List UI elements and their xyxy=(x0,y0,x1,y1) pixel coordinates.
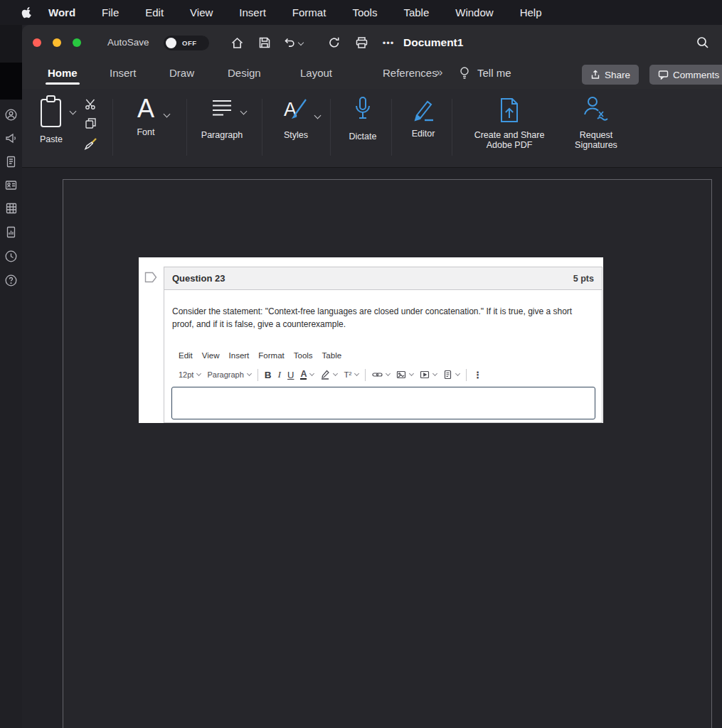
italic-button[interactable]: I xyxy=(278,369,282,380)
adobe-pdf-label-line1: Create and Share xyxy=(460,130,559,140)
adobe-pdf-button[interactable]: Create and Share Adobe PDF xyxy=(460,95,559,150)
announcements-icon[interactable] xyxy=(5,133,17,144)
ribbon-separator xyxy=(452,99,452,156)
editor-menu-format[interactable]: Format xyxy=(258,351,284,360)
tab-home[interactable]: Home xyxy=(48,67,78,79)
media-button[interactable] xyxy=(420,370,437,380)
highlight-color-button[interactable] xyxy=(320,370,337,380)
paragraph-label: Paragraph xyxy=(197,130,247,140)
dictate-button[interactable]: Dictate xyxy=(339,96,386,141)
background-window-strip xyxy=(0,25,22,728)
toolbar-overflow-button[interactable]: ⋮ xyxy=(473,370,482,380)
copy-icon[interactable] xyxy=(85,117,97,132)
font-button[interactable]: A Font xyxy=(123,96,169,137)
styles-pen-icon xyxy=(290,97,308,119)
search-icon[interactable] xyxy=(694,35,711,50)
strip-top-shade xyxy=(0,25,22,63)
minimize-window-button[interactable] xyxy=(53,38,61,47)
paragraph-style-select[interactable]: Paragraph xyxy=(207,370,250,379)
titlebar: AutoSave OFF ••• Document1 xyxy=(22,25,722,60)
document-insert-button[interactable] xyxy=(443,370,460,380)
image-button[interactable] xyxy=(396,370,413,380)
undo-chevron-icon[interactable] xyxy=(298,40,304,46)
tab-references[interactable]: References xyxy=(383,67,437,79)
signature-person-icon xyxy=(582,95,610,126)
menubar-item-window[interactable]: Window xyxy=(455,6,493,18)
editor-menu-edit[interactable]: Edit xyxy=(179,351,193,360)
link-button[interactable] xyxy=(372,370,390,380)
request-signatures-button[interactable]: Request Signatures xyxy=(557,95,635,150)
menubar-item-help[interactable]: Help xyxy=(520,6,542,18)
paste-button[interactable]: Paste xyxy=(29,95,73,144)
cut-icon[interactable] xyxy=(85,98,97,113)
save-icon[interactable] xyxy=(256,35,273,50)
tab-insert[interactable]: Insert xyxy=(110,67,137,79)
clock-icon[interactable] xyxy=(5,250,17,262)
text-color-button[interactable]: A xyxy=(300,370,314,380)
underline-button[interactable]: U xyxy=(287,370,294,380)
editor-menu-table[interactable]: Table xyxy=(322,351,342,360)
menubar-item-insert[interactable]: Insert xyxy=(239,6,266,18)
report-icon[interactable] xyxy=(6,226,16,238)
autosave-toggle[interactable]: OFF xyxy=(164,36,209,50)
menubar-item-view[interactable]: View xyxy=(190,6,213,18)
redo-icon[interactable] xyxy=(326,35,343,50)
editor-menu-insert[interactable]: Insert xyxy=(229,351,250,360)
grid-table-icon[interactable] xyxy=(6,203,17,214)
tab-draw[interactable]: Draw xyxy=(169,67,194,79)
link-icon xyxy=(372,370,383,380)
menubar-item-table[interactable]: Table xyxy=(403,6,429,18)
chevron-down-icon xyxy=(309,371,314,376)
font-size-select[interactable]: 12pt xyxy=(179,370,201,379)
avatar-icon[interactable] xyxy=(5,109,17,121)
autosave-state-label: OFF xyxy=(182,39,197,47)
media-icon xyxy=(420,370,430,380)
paragraph-chevron-icon[interactable] xyxy=(240,108,248,115)
tellme-label[interactable]: Tell me xyxy=(477,67,511,79)
close-window-button[interactable] xyxy=(33,38,41,47)
menubar-item-word[interactable]: Word xyxy=(48,6,75,18)
bold-button[interactable]: B xyxy=(265,370,272,380)
share-button[interactable]: Share xyxy=(582,65,639,85)
text-color-glyph: A xyxy=(300,370,307,380)
menubar-item-edit[interactable]: Edit xyxy=(145,6,164,18)
document-icon[interactable] xyxy=(6,156,16,168)
apple-icon[interactable] xyxy=(21,6,32,18)
menubar-item-format[interactable]: Format xyxy=(292,6,327,18)
format-painter-icon[interactable] xyxy=(83,137,97,154)
editor-button[interactable]: Editor xyxy=(400,99,447,139)
paste-chevron-icon[interactable] xyxy=(70,108,77,115)
tab-design[interactable]: Design xyxy=(228,67,261,79)
editor-menu-tools[interactable]: Tools xyxy=(294,351,313,360)
ribbon-separator xyxy=(186,99,187,156)
macos-menu-bar: Word File Edit View Insert Format Tools … xyxy=(0,0,722,25)
clipboard-icon xyxy=(38,95,64,130)
zoom-window-button[interactable] xyxy=(73,38,81,47)
document-icon xyxy=(443,370,452,380)
tab-layout[interactable]: Layout xyxy=(300,67,332,79)
question-marker-icon xyxy=(144,272,157,286)
question-card: Question 23 5 pts Consider the statement… xyxy=(164,267,602,423)
undo-icon[interactable] xyxy=(282,35,304,50)
paragraph-button[interactable]: Paragraph xyxy=(197,99,247,140)
print-icon[interactable] xyxy=(353,35,370,50)
chevron-down-icon xyxy=(386,371,391,376)
menubar-item-tools[interactable]: Tools xyxy=(352,6,377,18)
highlighter-icon xyxy=(320,370,330,380)
chevron-down-icon xyxy=(409,371,414,376)
styles-chevron-icon[interactable] xyxy=(314,112,322,119)
comments-button[interactable]: Comments xyxy=(649,65,722,85)
more-commands-icon[interactable]: ••• xyxy=(380,35,397,50)
font-chevron-icon[interactable] xyxy=(164,111,171,118)
font-glyph: A xyxy=(137,94,154,123)
help-icon[interactable] xyxy=(5,274,17,287)
home-icon[interactable] xyxy=(228,35,245,50)
menubar-item-file[interactable]: File xyxy=(102,6,119,18)
contact-card-icon[interactable] xyxy=(5,180,17,191)
superscript-button[interactable]: T² xyxy=(344,370,359,379)
microphone-icon xyxy=(354,96,372,126)
answer-textarea[interactable] xyxy=(171,387,595,419)
editor-menu-view[interactable]: View xyxy=(202,351,220,360)
styles-button[interactable]: A Styles xyxy=(272,97,319,140)
tab-overflow-chevron-icon[interactable]: » xyxy=(436,65,442,80)
